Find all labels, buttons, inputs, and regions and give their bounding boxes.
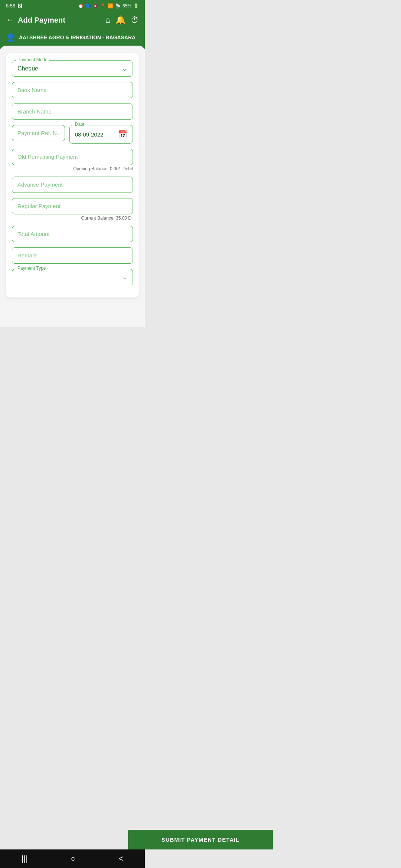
- payment-ref-wrapper: [12, 125, 65, 141]
- status-bar: 8:58 🖼 ⏰ 🔵 🔇 📍 📶 📡 65% 🔋: [0, 0, 145, 11]
- status-left: 8:58 🖼: [6, 3, 22, 9]
- wifi-icon: 📶: [108, 3, 113, 9]
- opening-balance-text: Opening Balance: 0.00/- Debit: [12, 166, 133, 171]
- company-icon: 👤: [6, 33, 15, 42]
- old-remaining-group: Opening Balance: 0.00/- Debit: [12, 149, 133, 171]
- remark-input[interactable]: [17, 252, 127, 259]
- clock-icon[interactable]: ⏱: [131, 15, 139, 25]
- branch-name-wrapper: [12, 103, 133, 120]
- advance-payment-wrapper: [12, 177, 133, 193]
- branch-name-group: [12, 103, 133, 120]
- date-col: Date 08-09-2022 📅: [69, 125, 133, 144]
- regular-payment-wrapper: [12, 198, 133, 214]
- remark-wrapper: [12, 247, 133, 264]
- old-remaining-input[interactable]: [17, 154, 127, 160]
- regular-payment-input[interactable]: [17, 203, 127, 209]
- app-header: ← Add Payment ⌂ 🔔 ⏱: [0, 11, 145, 30]
- header-icons: ⌂ 🔔 ⏱: [105, 15, 139, 25]
- date-wrapper[interactable]: Date 08-09-2022 📅: [69, 125, 133, 144]
- company-name: AAI SHREE AGRO & IRRIGATION - BAGASARA: [19, 34, 136, 40]
- payment-mode-group: Payment Mode Cheque Cash NEFT RTGS UPI ⌄: [12, 60, 133, 77]
- total-amount-group: [12, 226, 133, 242]
- battery-icon: 🔋: [133, 3, 139, 9]
- payment-ref-input[interactable]: [17, 130, 59, 136]
- time-display: 8:58: [6, 3, 15, 9]
- total-amount-wrapper: [12, 226, 133, 242]
- old-remaining-wrapper: [12, 149, 133, 165]
- advance-payment-input[interactable]: [17, 181, 127, 188]
- payment-type-select[interactable]: [17, 274, 127, 280]
- battery-text: 65%: [123, 3, 131, 9]
- payment-mode-select[interactable]: Cheque Cash NEFT RTGS UPI: [17, 65, 127, 72]
- form-card: Payment Mode Cheque Cash NEFT RTGS UPI ⌄: [6, 53, 139, 297]
- payment-ref-col: [12, 125, 65, 144]
- back-button[interactable]: ←: [6, 15, 14, 25]
- current-balance-text: Current Balance: 35.00 Dr: [12, 216, 133, 221]
- location-icon: 📍: [100, 3, 106, 9]
- header-left: ← Add Payment: [6, 15, 65, 25]
- bluetooth-icon: 🔵: [85, 3, 91, 9]
- mute-icon: 🔇: [93, 3, 98, 9]
- regular-payment-group: Current Balance: 35.00 Dr: [12, 198, 133, 221]
- main-content: Payment Mode Cheque Cash NEFT RTGS UPI ⌄: [0, 46, 145, 327]
- total-amount-input[interactable]: [17, 231, 127, 237]
- payment-type-label: Payment Type: [16, 266, 48, 271]
- payment-type-wrapper: Payment Type ⌄: [12, 269, 133, 285]
- date-value: 08-09-2022: [75, 131, 104, 138]
- calendar-icon[interactable]: 📅: [118, 130, 127, 139]
- advance-payment-group: [12, 177, 133, 193]
- payment-mode-label: Payment Mode: [16, 57, 49, 62]
- home-icon[interactable]: ⌂: [105, 15, 110, 25]
- alarm-icon: ⏰: [78, 3, 84, 9]
- bank-name-group: [12, 82, 133, 98]
- bank-name-wrapper: [12, 82, 133, 98]
- signal-icon: 📡: [115, 3, 121, 9]
- branch-name-input[interactable]: [17, 108, 127, 115]
- bank-name-input[interactable]: [17, 87, 127, 93]
- date-label: Date: [74, 122, 86, 127]
- status-right: ⏰ 🔵 🔇 📍 📶 📡 65% 🔋: [78, 3, 139, 9]
- payment-mode-wrapper: Payment Mode Cheque Cash NEFT RTGS UPI ⌄: [12, 60, 133, 77]
- remark-group: [12, 247, 133, 264]
- bell-icon[interactable]: 🔔: [115, 15, 125, 25]
- page-title: Add Payment: [18, 16, 65, 24]
- photo-icon: 🖼: [17, 3, 22, 9]
- payment-type-group: Payment Type ⌄: [12, 269, 133, 285]
- ref-date-row: Date 08-09-2022 📅: [12, 125, 133, 144]
